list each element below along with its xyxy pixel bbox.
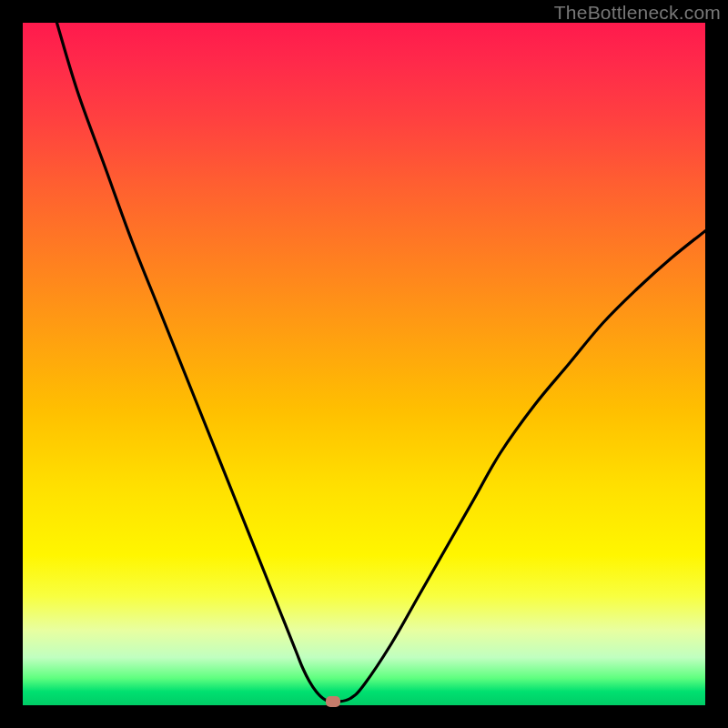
plot-area: [23, 23, 705, 705]
watermark-text: TheBottleneck.com: [554, 2, 721, 24]
bottleneck-curve: [23, 23, 705, 705]
chart-frame: TheBottleneck.com: [0, 0, 728, 728]
optimal-point-marker: [326, 696, 340, 707]
